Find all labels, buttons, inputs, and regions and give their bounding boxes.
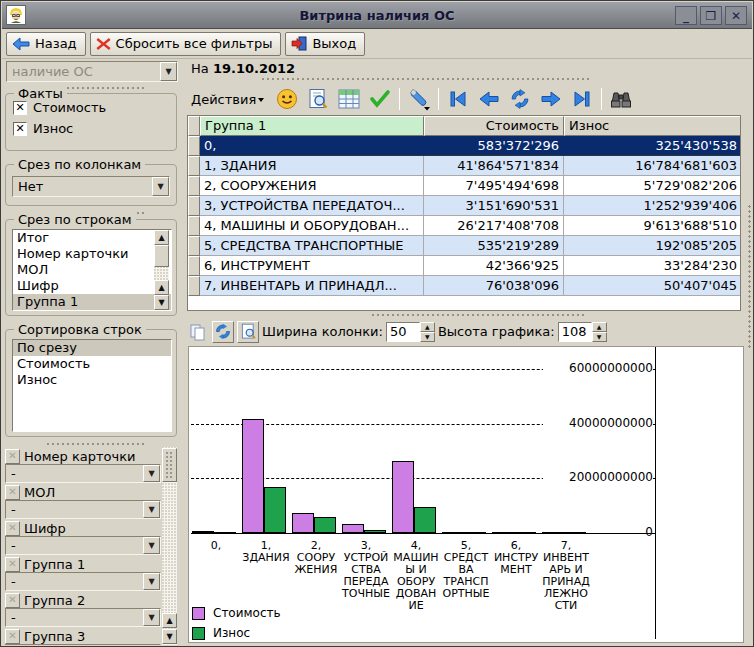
row-selector[interactable] [188, 136, 200, 156]
filter-select[interactable]: -▼ [5, 500, 161, 519]
spin-up-icon[interactable]: ▲ [592, 322, 607, 332]
scroll-up-icon[interactable]: ▲ [154, 280, 169, 295]
clear-filter-icon[interactable]: ✕ [5, 629, 20, 644]
report-selector[interactable]: наличие ОС ▼ [6, 61, 178, 82]
splitter-grip[interactable] [261, 77, 591, 81]
refresh-icon[interactable] [508, 87, 532, 111]
filter-select[interactable]: ▼ [5, 644, 161, 645]
back-button[interactable]: Назад [6, 32, 86, 56]
wrench-icon[interactable] [407, 87, 431, 111]
next-icon[interactable] [539, 87, 563, 111]
row-selector[interactable] [188, 276, 200, 296]
chevron-down-icon[interactable]: ▼ [143, 573, 160, 590]
list-item[interactable]: Итог [13, 230, 171, 246]
last-icon[interactable] [570, 87, 594, 111]
row-selector[interactable] [188, 216, 200, 236]
table-row[interactable]: 6, ИНСТРУМЕНТ42'366'92533'284'230 [188, 256, 740, 276]
table-row[interactable]: 1, ЗДАНИЯ41'864'571'83416'784'681'603 [188, 156, 740, 176]
filter-select[interactable]: -▼ [5, 536, 161, 555]
copy-icon[interactable] [187, 321, 209, 343]
scroll-down-icon[interactable]: ▼ [162, 629, 177, 644]
list-item[interactable]: Износ [13, 372, 171, 388]
table-row[interactable]: 0,583'372'296325'430'538 [188, 136, 740, 156]
clear-filter-icon[interactable]: ✕ [5, 485, 20, 500]
vertical-splitter[interactable] [746, 85, 753, 645]
column-slice-select[interactable]: Нет ▼ [12, 176, 170, 197]
table-row[interactable]: 5, СРЕДСТВА ТРАНСПОРТНЫЕ535'219'289192'0… [188, 236, 740, 256]
row-sort-list[interactable]: По срезуСтоимостьИзнос [12, 339, 172, 432]
fact-cost[interactable]: ✕ Стоимость [13, 100, 176, 115]
spin-down-icon[interactable]: ▼ [420, 332, 435, 342]
preview-icon[interactable] [237, 321, 259, 343]
clear-filter-icon[interactable]: ✕ [5, 449, 20, 464]
chart-height-spinner[interactable]: 108 ▲▼ [558, 322, 607, 342]
list-item[interactable]: Шифр [13, 278, 171, 294]
splitter-grip[interactable] [371, 313, 586, 317]
x-axis-label: 3,УСТРОЙСТВАПЕРЕДАТОЧНЫЕ [341, 540, 391, 600]
scroll-up-icon[interactable]: ▲ [162, 613, 177, 628]
binoculars-icon[interactable] [609, 87, 633, 111]
column-width-value[interactable]: 50 [386, 322, 420, 342]
column-header-cost[interactable]: Стоимость [424, 116, 564, 136]
list-item[interactable]: Группа 1 [13, 294, 171, 310]
chart-height-value[interactable]: 108 [558, 322, 592, 342]
corner-cell[interactable] [188, 116, 200, 136]
filter-select[interactable]: -▼ [5, 464, 161, 483]
chevron-down-icon[interactable]: ▼ [143, 465, 160, 482]
scroll-up-icon[interactable]: ▲ [154, 230, 169, 245]
chevron-down-icon[interactable]: ▼ [143, 501, 160, 518]
titlebar[interactable]: Витрина наличия ОС _ ❒ ✕ [2, 2, 752, 29]
scroll-down-icon[interactable]: ▼ [154, 295, 169, 310]
fact-wear[interactable]: ✕ Износ [13, 121, 176, 136]
refresh-icon[interactable] [212, 321, 234, 343]
chevron-down-icon[interactable]: ▼ [152, 177, 169, 196]
table-row[interactable]: 3, УСТРОЙСТВА ПЕРЕДАТОЧ...3'151'690'5311… [188, 196, 740, 216]
check-icon[interactable] [368, 87, 392, 111]
spin-down-icon[interactable]: ▼ [592, 332, 607, 342]
table-row[interactable]: 2, СООРУЖЕНИЯ7'495'494'6985'729'082'206 [188, 176, 740, 196]
splitter-grip[interactable] [46, 442, 146, 446]
smiley-icon[interactable] [275, 87, 299, 111]
row-selector[interactable] [188, 156, 200, 176]
list-item[interactable]: По срезу [13, 340, 171, 356]
reset-filters-button[interactable]: Сбросить все фильтры [90, 32, 282, 56]
clear-filter-icon[interactable]: ✕ [5, 521, 20, 536]
exit-button[interactable]: Выход [285, 32, 365, 56]
close-button[interactable]: ✕ [725, 6, 747, 25]
clear-filter-icon[interactable]: ✕ [5, 593, 20, 608]
row-selector[interactable] [188, 236, 200, 256]
previous-icon[interactable] [477, 87, 501, 111]
chevron-down-icon[interactable]: ▼ [143, 537, 160, 554]
scrollbar-thumb[interactable] [154, 245, 169, 267]
column-width-spinner[interactable]: 50 ▲▼ [386, 322, 435, 342]
maximize-button[interactable]: ❒ [700, 6, 722, 25]
list-item[interactable]: Номер карточки [13, 246, 171, 262]
chevron-down-icon[interactable]: ▼ [143, 609, 160, 626]
clear-filter-icon[interactable]: ✕ [5, 557, 20, 572]
filters-scrollbar[interactable]: ▲ ▼ [162, 447, 177, 645]
row-selector[interactable] [188, 256, 200, 276]
preview-icon[interactable] [306, 87, 330, 111]
first-icon[interactable] [446, 87, 470, 111]
row-slice-list[interactable]: ИтогНомер карточкиМОЛШифрГруппа 1Группа … [12, 229, 172, 311]
chevron-down-icon[interactable]: ▼ [160, 62, 177, 81]
column-header-wear[interactable]: Износ [564, 116, 741, 136]
row-selector[interactable] [188, 176, 200, 196]
checkbox-checked-icon[interactable]: ✕ [13, 101, 27, 115]
column-header-group[interactable]: Группа 1 [200, 116, 424, 136]
table-row[interactable]: 7, ИНВЕНТАРЬ И ПРИНАДЛ...76'038'09650'40… [188, 276, 740, 296]
list-item[interactable]: Группа 2 [13, 310, 171, 311]
list-item[interactable]: Стоимость [13, 356, 171, 372]
row-slice-scrollbar[interactable]: ▲ ▲ ▼ [154, 230, 169, 310]
table-icon[interactable] [337, 87, 361, 111]
filter-select[interactable]: -▼ [5, 608, 161, 627]
minimize-button[interactable]: _ [675, 6, 697, 25]
actions-menu-button[interactable]: Действия [187, 90, 268, 109]
filter-select[interactable]: -▼ [5, 572, 161, 591]
spin-up-icon[interactable]: ▲ [420, 322, 435, 332]
scrollbar-thumb[interactable] [162, 448, 177, 482]
table-row[interactable]: 4, МАШИНЫ И ОБОРУДОВАН...26'217'408'7089… [188, 216, 740, 236]
row-selector[interactable] [188, 196, 200, 216]
checkbox-checked-icon[interactable]: ✕ [13, 122, 27, 136]
list-item[interactable]: МОЛ [13, 262, 171, 278]
